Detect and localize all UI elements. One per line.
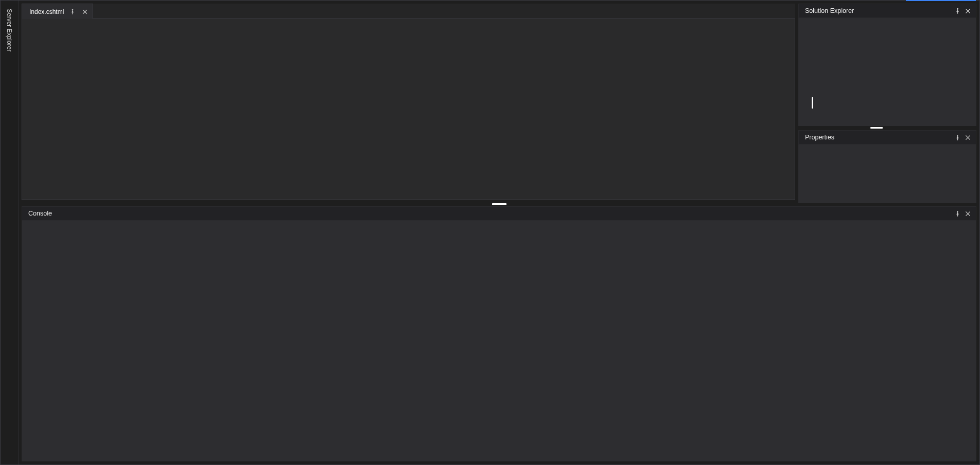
tabbar-filler (93, 4, 795, 19)
main-area: Index.cshtml Solution Explorer (19, 1, 979, 464)
close-icon[interactable] (81, 8, 89, 15)
properties-panel: Properties (798, 130, 976, 203)
console-panel: Console (22, 206, 976, 461)
properties-header[interactable]: Properties (798, 130, 976, 145)
editor-tabbar: Index.cshtml (22, 4, 795, 19)
editor-body[interactable] (22, 19, 795, 200)
properties-title: Properties (805, 134, 952, 141)
editor-tab-index-cshtml[interactable]: Index.cshtml (22, 4, 93, 19)
lower-region: Console (19, 203, 979, 464)
left-sidebar: Server Explorer (1, 1, 19, 464)
close-icon[interactable] (962, 208, 973, 219)
horizontal-splitter-right-dock[interactable] (870, 127, 883, 129)
solution-explorer-header[interactable]: Solution Explorer (798, 4, 976, 18)
pin-icon[interactable] (952, 6, 962, 16)
pin-icon[interactable] (952, 208, 962, 219)
editor-pane: Index.cshtml (19, 1, 798, 203)
top-right-highlight (906, 0, 976, 1)
pin-icon[interactable] (952, 132, 962, 142)
pin-icon[interactable] (69, 8, 76, 15)
close-icon[interactable] (962, 6, 973, 16)
console-title: Console (28, 210, 952, 217)
close-icon[interactable] (962, 132, 973, 142)
console-header[interactable]: Console (22, 206, 976, 221)
console-body[interactable] (22, 221, 976, 461)
server-explorer-label: Server Explorer (6, 9, 13, 51)
solution-explorer-title: Solution Explorer (805, 7, 952, 14)
solution-explorer-body[interactable] (798, 18, 976, 126)
right-dock: Solution Explorer Properties (798, 1, 979, 203)
solution-explorer-panel: Solution Explorer (798, 4, 976, 126)
server-explorer-collapsed-tab[interactable]: Server Explorer (5, 7, 14, 53)
properties-body[interactable] (798, 145, 976, 203)
vertical-splitter-main-right[interactable] (812, 97, 813, 109)
horizontal-splitter-editor-console[interactable] (492, 203, 506, 205)
upper-region: Index.cshtml Solution Explorer (19, 1, 979, 203)
ide-root: Server Explorer Index.cshtml (0, 0, 980, 465)
tab-label: Index.cshtml (29, 8, 64, 15)
